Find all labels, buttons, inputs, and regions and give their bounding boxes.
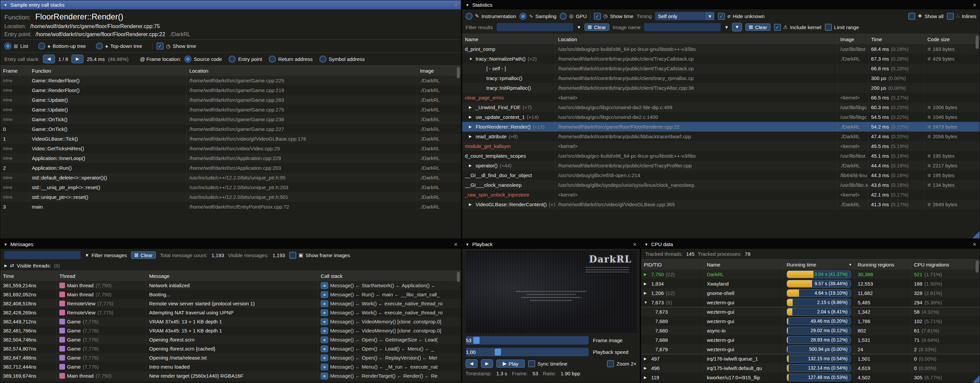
statistics-row[interactable]: __GI__dl_find_dso_for_object /usr/src/de…	[462, 170, 980, 180]
call-stack-row[interactable]: inline Game::RenderFloor() /home/wolf/da…	[0, 76, 461, 85]
statistics-row[interactable]: clear_page_erms <kernel> <kernel> 66.5 m…	[462, 93, 980, 103]
message-row[interactable]: 382,574,807ns Game (7,776) Opening /fore…	[0, 344, 461, 353]
cpu-thread-row[interactable]: ▶ 119 kworker/u17:0+i915_flip 127.48 ms …	[641, 373, 980, 382]
call-stack-row[interactable]: inline Game::Update() /home/wolf/darkrl/…	[0, 105, 461, 114]
cpu-thread-row[interactable]: 7,680 async-io 29.02 ms (0.12%) 802	[641, 326, 980, 335]
mode-top-down-radio[interactable]: ♠ Top-down tree	[96, 43, 142, 49]
funnel-icon[interactable]: ▼	[577, 25, 581, 30]
statistics-row[interactable]: ▶ FloorRenderer::Render() (+13) /home/wo…	[462, 122, 980, 131]
show-time-checkbox[interactable]: ✓ ◷ Show time	[156, 43, 196, 49]
mode-list-radio[interactable]: ⊞ List	[4, 43, 28, 49]
funnel-icon[interactable]: ▼	[724, 25, 729, 30]
call-stack-icon[interactable]: ≡	[321, 282, 328, 289]
close-icon[interactable]: ×	[973, 241, 976, 247]
call-stack-icon[interactable]: ≡	[321, 291, 328, 298]
expander-icon[interactable]: ▶	[644, 291, 649, 295]
statistics-title-bar[interactable]: ▼ Statistics ×	[462, 0, 980, 9]
cpu-thread-row[interactable]: ▶ 497 irq/176-iwlwifi:queue_1 132.15 ms …	[641, 354, 980, 363]
show-frame-images-checkbox[interactable]: ✓ ▣ Show frame images	[289, 252, 350, 259]
call-stack-icon[interactable]: ≡	[321, 373, 328, 379]
frame-location-radio[interactable]: Symbol address	[320, 55, 365, 63]
statistics-row[interactable]: __GI___clock_nanosleep /usr/src/debug/gl…	[462, 180, 980, 190]
message-row[interactable]: 381,559,214ns Main thread (7,750) Networ…	[0, 281, 461, 290]
frame-location-radio[interactable]: Entry point	[229, 55, 262, 63]
statistics-row[interactable]: ▶ uw_update_context_1 (+14) /usr/src/deb…	[462, 112, 980, 122]
message-row[interactable]: 382,481,766ns Game (7,776) VRAM 43x45: 1…	[0, 326, 461, 335]
collapse-icon[interactable]: ▼	[466, 3, 469, 7]
message-row[interactable]: 381,692,052ns Main thread (7,750) Bootin…	[0, 290, 461, 299]
call-stack-row[interactable]: inline std::default_delete<>::operator()…	[0, 173, 461, 182]
expand-icon[interactable]: ▶	[4, 263, 7, 268]
step-back-button[interactable]: ◀	[466, 359, 477, 368]
cpu-resize-grip[interactable]	[972, 375, 980, 383]
frame-image-slider[interactable]: 53	[466, 336, 589, 345]
expander-icon[interactable]: ▶	[644, 282, 649, 286]
call-stack-row[interactable]: inline std::__uniq_ptr_impl<>::reset() /…	[0, 182, 461, 192]
next-stack-button[interactable]: ▶	[72, 55, 83, 63]
filter-results-input[interactable]	[496, 23, 573, 32]
call-stack-row[interactable]: 0 Game::OnTick() /home/wolf/darkrl/src/g…	[0, 124, 461, 134]
expander-icon[interactable]: ▼	[469, 57, 474, 61]
show-all-checkbox[interactable]: ✓ ❖ Show all	[908, 13, 943, 20]
mode-bottom-up-radio[interactable]: ♠ Bottom-up tree	[38, 43, 86, 49]
expander-icon[interactable]: ▶	[469, 202, 474, 207]
clear-filter-button[interactable]: ⊠ Clear	[584, 24, 609, 31]
expander-icon[interactable]: ▶	[469, 134, 474, 139]
expander-icon[interactable]: ▶	[644, 272, 649, 277]
clear-messages-button[interactable]: ⊠ Clear	[131, 252, 156, 259]
call-stack-icon[interactable]: ≡	[321, 328, 328, 334]
call-stack-row[interactable]: inline std::unique_ptr<>::reset() /usr/i…	[0, 192, 461, 202]
expander-icon[interactable]: ▼	[644, 300, 649, 304]
collapse-icon[interactable]: ▼	[644, 242, 648, 247]
statistics-row[interactable]: tracy::rpmalloc() /home/wolf/darkrl/cont…	[462, 73, 980, 83]
call-stack-icon[interactable]: ≡	[321, 345, 328, 352]
expander-icon[interactable]: ▶	[644, 375, 649, 380]
cpu-thread-row[interactable]: 7,688 wezterm-gui 28.93 ms (0.12%) 1,531	[641, 335, 980, 345]
message-row[interactable]: 382,504,746ns Game (7,776) Opening /fore…	[0, 335, 461, 344]
call-stack-icon[interactable]: ≡	[321, 318, 328, 325]
gpu-radio[interactable]: ◎ GPU	[560, 13, 587, 20]
messages-title-bar[interactable]: ▼ Messages ×	[0, 240, 461, 249]
running-time-column-header[interactable]: Running time ▼	[784, 260, 855, 269]
cpu-thread-row[interactable]: 7,673 wezterm-gui 2.04 s (8.41%) 1,342	[641, 307, 980, 317]
expander-icon[interactable]: ▶	[469, 125, 474, 129]
cpu-thread-row[interactable]: 7,689 wezterm-gui 49.46 ms (0.20%) 1,786	[641, 317, 980, 326]
call-stack-icon[interactable]: ≡	[321, 309, 328, 316]
playback-title-bar[interactable]: ▼ Playback ×	[462, 240, 640, 249]
cpu-thread-row[interactable]: 7,679 wezterm-gui 500.94 µs (0.00%) 24	[641, 345, 980, 354]
play-button[interactable]: ▶ Play	[496, 359, 525, 367]
message-row[interactable]: 382,712,444ns Game (7,776) Intro menu lo…	[0, 362, 461, 371]
inlines-checkbox[interactable]: ✓ ∴ Inlines	[947, 13, 976, 20]
statistics-scrollbar-thumb[interactable]	[976, 35, 978, 49]
message-row[interactable]: 382,449,712ns Game (7,776) VRAM 37x45: 1…	[0, 317, 461, 326]
clear-image-filter-button[interactable]: ⊠ Clear	[745, 24, 770, 31]
close-icon[interactable]: ×	[973, 2, 976, 8]
cpu-thread-row[interactable]: ▶ 496 irq/175-iwlwifi:default_qu 132.14 …	[641, 363, 980, 373]
statistics-row[interactable]: d_count_templates_scopes /usr/src/debug/…	[462, 151, 980, 161]
message-row[interactable]: 382,408,518ns RemoteView (7,775) Remote …	[0, 299, 461, 308]
step-forward-button[interactable]: ▶	[481, 359, 493, 368]
show-time-checkbox[interactable]: ✓ ◷ Show time	[594, 13, 633, 20]
hide-unknown-checkbox[interactable]: ✓ ⌀ Hide unknown	[718, 13, 765, 20]
image-name-dropdown-button[interactable]: ▼	[732, 23, 742, 32]
call-stack-row[interactable]: inline Game::OnTick() /home/wolf/darkrl/…	[0, 114, 461, 124]
call-stack-icon[interactable]: ≡	[321, 300, 328, 307]
call-stack-row[interactable]: 3 main /home/wolf/darkrl/src/EntryPointP…	[0, 202, 461, 212]
include-kernel-checkbox[interactable]: ✓ ⚠ Include kernel	[774, 24, 821, 31]
call-stack-icon[interactable]: ≡	[321, 355, 328, 361]
statistics-row[interactable]: ▶ operator() (+44) /home/wolf/darkrl/con…	[462, 161, 980, 170]
samples-scrollbar-thumb[interactable]	[457, 67, 460, 78]
statistics-row[interactable]: ▶ read_attribute (+8) /home/wolf/darkrl/…	[462, 131, 980, 141]
call-stack-row[interactable]: inline Game::Update() /home/wolf/darkrl/…	[0, 95, 461, 105]
samples-title-bar[interactable]: ▼ Sample entry call stacks ×	[0, 0, 461, 9]
call-stack-row[interactable]: inline Video::GetTicksHiRes() /home/wolf…	[0, 144, 461, 154]
call-stack-icon[interactable]: ≡	[321, 364, 328, 370]
message-row[interactable]: 389,169,674ns Main thread (7,750) New re…	[0, 371, 461, 380]
collapse-icon[interactable]: ▼	[4, 3, 7, 7]
instrumentation-radio[interactable]: ✎ Instrumentation	[466, 13, 516, 20]
limit-range-checkbox[interactable]: ✓ Limit range	[825, 24, 859, 31]
collapse-icon[interactable]: ▼	[466, 242, 469, 247]
cpu-thread-row[interactable]: ▶ 1,834 Xwayland 9.57 s (39.44%) 12,553	[641, 279, 980, 288]
cpu-data-title-bar[interactable]: ▼ CPU data ×	[641, 240, 980, 249]
statistics-row[interactable]: ▶ _Unwind_Find_FDE (+7) /usr/src/debug/g…	[462, 103, 980, 112]
